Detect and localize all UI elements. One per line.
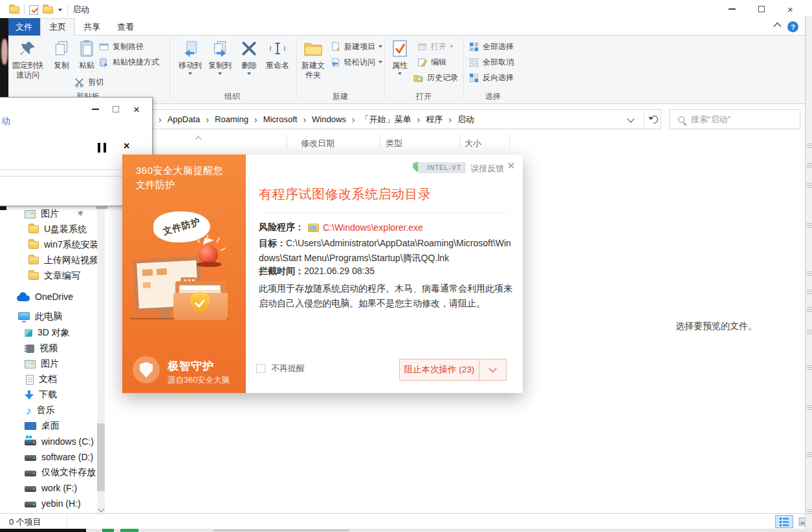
sidebar-item-onedrive[interactable]: OneDrive <box>0 289 97 304</box>
easy-access-button[interactable]: 轻松访问 <box>330 56 382 69</box>
new-folder-qat-icon[interactable] <box>43 6 53 14</box>
scissors-icon <box>74 77 85 88</box>
block-action-button: 阻止本次操作 (23) <box>399 359 507 381</box>
breadcrumb-chevron-icon: › <box>155 114 166 125</box>
divider <box>459 136 460 149</box>
brand-line2: 文件防护 <box>136 179 175 191</box>
delete-button[interactable]: 删除 <box>237 38 261 75</box>
dont-remind-checkbox[interactable] <box>256 364 265 373</box>
edit-button[interactable]: 编辑 <box>417 56 446 69</box>
maximize-button[interactable] <box>747 0 776 18</box>
sidebar-item-drive-e[interactable]: 仅做文件存放 (E <box>0 465 97 480</box>
risk-program-path: C:\Windows\explorer.exe <box>323 222 423 233</box>
link-text-fragment[interactable]: 动 <box>1 116 10 127</box>
sidebar-item-pictures[interactable]: 图片 <box>0 356 97 372</box>
paste-button[interactable]: 粘贴 <box>74 38 100 70</box>
sidebar-item-drive-f[interactable]: work (F:) <box>0 480 97 496</box>
tab-view[interactable]: 查看 <box>109 18 142 36</box>
properties-button[interactable]: 属性 <box>388 38 411 75</box>
divider <box>287 136 287 149</box>
move-to-button[interactable]: 移动到 <box>176 38 204 75</box>
breadcrumb-chevron-icon: › <box>413 114 424 125</box>
false-positive-feedback-link[interactable]: 误报反馈 <box>470 163 504 175</box>
block-button-dropdown[interactable] <box>479 359 506 380</box>
paste-shortcut-button[interactable]: 粘贴快捷方式 <box>98 56 159 69</box>
help-icon[interactable]: ? <box>787 21 798 32</box>
folder-icon[interactable] <box>9 6 19 14</box>
tab-file[interactable]: 文件 <box>8 18 40 36</box>
sidebar-item-drive-h[interactable]: yebin (H:) <box>0 496 97 511</box>
properties-qat-icon[interactable] <box>29 5 38 15</box>
computer-icon <box>18 312 30 320</box>
select-none-button[interactable]: 全部取消 <box>468 56 514 69</box>
sidebar-scrollbar-thumb[interactable] <box>97 423 105 491</box>
search-box[interactable] <box>669 109 800 129</box>
sidebar-item-drive-c[interactable]: windows (C:) <box>0 434 97 449</box>
breadcrumb-item[interactable]: Roaming <box>213 114 250 124</box>
collapse-ribbon-icon[interactable] <box>773 22 782 30</box>
rename-button[interactable]: 重命名 <box>263 38 292 70</box>
sidebar-item-pictures-quick[interactable]: 图片 <box>0 206 97 222</box>
close-button[interactable]: × <box>126 101 147 118</box>
new-item-icon <box>330 41 341 52</box>
breadcrumb-item[interactable]: 「开始」菜单 <box>358 114 413 125</box>
search-input[interactable] <box>691 114 788 124</box>
sidebar-item-downloads[interactable]: 下载 <box>0 387 97 403</box>
background-fragment <box>807 271 812 277</box>
address-dropdown-icon[interactable] <box>627 115 634 122</box>
column-header-type[interactable]: 类型 <box>386 138 402 149</box>
cut-button[interactable]: 剪切 <box>74 76 104 89</box>
breadcrumb-item[interactable]: 程序 <box>424 114 444 125</box>
breadcrumb-item[interactable]: AppData <box>166 114 203 124</box>
close-button[interactable]: × <box>776 0 805 18</box>
breadcrumb-chevron-icon: › <box>202 114 213 125</box>
open-button[interactable]: 打开 <box>417 40 454 53</box>
breadcrumb: › AppData › Roaming › Microsoft › Window… <box>155 110 476 129</box>
edit-icon <box>417 57 428 68</box>
sidebar-item-3d-objects[interactable]: 3D 对象 <box>0 325 97 341</box>
sidebar-item-music[interactable]: ♪ 音乐 <box>0 403 97 418</box>
details-view-button[interactable] <box>775 515 793 528</box>
background-fragment <box>807 307 812 313</box>
sidebar-item-usb-system[interactable]: U盘装系统 <box>0 222 97 237</box>
history-button[interactable]: 历史记录 <box>413 71 458 84</box>
film-icon <box>25 345 34 353</box>
close-icon[interactable]: × <box>507 158 515 172</box>
breadcrumb-item[interactable]: Windows <box>310 114 348 124</box>
explorer-titlebar: 启动 × <box>0 0 812 18</box>
pin-to-quick-access-button[interactable]: 固定到快速访问 <box>9 38 47 80</box>
sidebar-item-documents[interactable]: 文档 <box>0 372 97 387</box>
sidebar-item-videos[interactable]: 视频 <box>0 341 97 356</box>
breadcrumb-item[interactable]: 启动 <box>455 114 476 125</box>
minimize-button[interactable] <box>718 0 747 18</box>
stop-close-button[interactable]: × <box>124 140 129 152</box>
copy-button[interactable]: 复制 <box>49 38 74 70</box>
column-header-size[interactable]: 大小 <box>465 138 481 149</box>
column-header-date[interactable]: 修改日期 <box>301 138 335 149</box>
background-fragment <box>0 529 86 532</box>
sidebar-item-desktop[interactable]: 桌面 <box>0 418 97 434</box>
invert-selection-button[interactable]: 反向选择 <box>468 71 514 84</box>
alert-description: 此项用于存放随系统启动的程序。木马、病毒通常会利用此项来启动自己入侵您的电脑。如… <box>259 281 518 311</box>
maximize-button[interactable] <box>105 101 126 118</box>
minimize-button[interactable] <box>85 101 105 118</box>
sidebar-item-this-pc[interactable]: 此电脑 <box>0 309 97 325</box>
footer-subtitle: 源自360安全大脑 <box>168 375 230 386</box>
sidebar-item-win7-install[interactable]: win7系统安装 <box>0 237 97 253</box>
refresh-icon[interactable] <box>649 114 660 125</box>
sort-ascending-icon[interactable] <box>195 136 202 143</box>
new-folder-button[interactable]: 新建文件夹 <box>299 38 327 80</box>
pause-button[interactable] <box>94 142 109 153</box>
sidebar-item-drive-d[interactable]: software (D:) <box>0 449 97 465</box>
new-item-button[interactable]: 新建项目 <box>330 40 382 53</box>
copy-to-button[interactable]: 复制到 <box>206 38 234 75</box>
block-button-label[interactable]: 阻止本次操作 (23) <box>400 359 479 380</box>
tab-share[interactable]: 共享 <box>75 18 109 36</box>
sidebar-item-writing[interactable]: 文章编写 <box>0 268 97 284</box>
sidebar-item-upload-videos[interactable]: 上传网站视频 <box>0 253 97 268</box>
breadcrumb-item[interactable]: Microsoft <box>261 114 300 124</box>
qat-customize-chevron-icon[interactable] <box>58 8 62 11</box>
tab-home[interactable]: 主页 <box>40 18 75 36</box>
select-all-button[interactable]: 全部选择 <box>468 40 514 53</box>
copy-path-button[interactable]: 复制路径 <box>98 40 144 53</box>
